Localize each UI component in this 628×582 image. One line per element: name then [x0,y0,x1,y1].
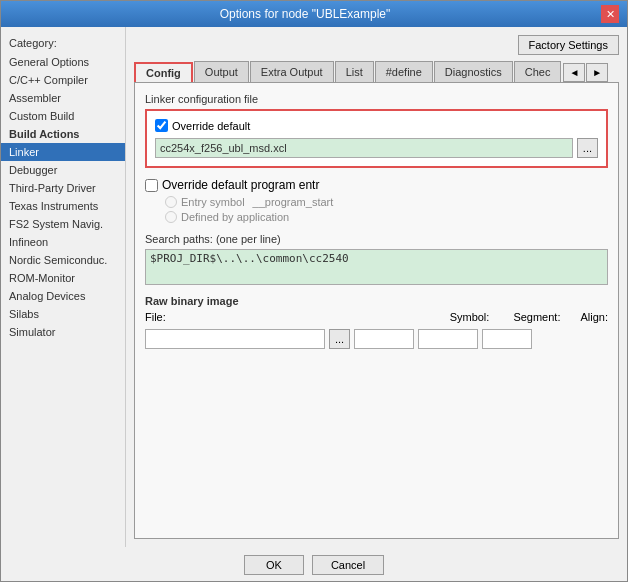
linker-config-box: Override default ... [145,109,608,168]
right-panel: Factory Settings Config Output Extra Out… [126,27,627,547]
raw-fields-row: ... [145,329,608,349]
sidebar-item-debugger[interactable]: Debugger [1,161,125,179]
linker-file-input[interactable] [155,138,573,158]
tab-config[interactable]: Config [134,62,193,82]
tab-prev-button[interactable]: ◄ [563,63,585,82]
sidebar-item-cpp-compiler[interactable]: C/C++ Compiler [1,71,125,89]
search-paths-label: Search paths: (one per line) [145,233,608,245]
tab-define[interactable]: #define [375,61,433,82]
main-window: Options for node "UBLExample" ✕ Category… [0,0,628,582]
override-row: Override default [155,119,598,132]
raw-binary-section: Raw binary image File: Symbol: Segment: … [145,295,608,349]
raw-segment-input[interactable] [418,329,478,349]
linker-browse-button[interactable]: ... [577,138,598,158]
override-program-section: Override default program entr Entry symb… [145,178,608,223]
bottom-bar: OK Cancel [1,547,627,581]
override-program-label: Override default program entr [162,178,319,192]
sidebar-item-texas-instruments[interactable]: Texas Instruments [1,197,125,215]
raw-symbol-input[interactable] [354,329,414,349]
sidebar-item-simulator[interactable]: Simulator [1,323,125,341]
raw-binary-title: Raw binary image [145,295,608,307]
factory-settings-row: Factory Settings [134,35,619,55]
tab-list[interactable]: List [335,61,374,82]
sidebar-item-infineon[interactable]: Infineon [1,233,125,251]
tab-next-button[interactable]: ► [586,63,608,82]
sidebar-item-custom-build[interactable]: Custom Build [1,107,125,125]
cancel-button[interactable]: Cancel [312,555,384,575]
override-checkbox[interactable] [155,119,168,132]
entry-symbol-label: Entry symbol [181,196,245,208]
raw-align-input[interactable] [482,329,532,349]
sidebar-item-nordic[interactable]: Nordic Semiconduc. [1,251,125,269]
close-button[interactable]: ✕ [601,5,619,23]
override-program-row: Override default program entr [145,178,608,192]
defined-by-app-radio[interactable] [165,211,177,223]
main-content-area: Linker configuration file Override defau… [134,82,619,539]
entry-symbol-value: __program_start [253,196,334,208]
category-label: Category: [1,35,125,53]
sidebar-item-third-party-driver[interactable]: Third-Party Driver [1,179,125,197]
title-bar: Options for node "UBLExample" ✕ [1,1,627,27]
sidebar-item-linker[interactable]: Linker [1,143,125,161]
sidebar-item-assembler[interactable]: Assembler [1,89,125,107]
left-panel: Category: General Options C/C++ Compiler… [1,27,126,547]
linker-config-section: Linker configuration file Override defau… [145,93,608,168]
sidebar-item-silabs[interactable]: Silabs [1,305,125,323]
tabs-area: Config Output Extra Output List #define … [134,61,619,82]
tab-output[interactable]: Output [194,61,249,82]
symbol-col-header: Symbol: [450,311,490,323]
align-col-header: Align: [580,311,608,323]
window-title: Options for node "UBLExample" [9,7,601,21]
sidebar-item-general-options[interactable]: General Options [1,53,125,71]
sidebar-group-build-actions: Build Actions [1,125,125,143]
search-paths-section: Search paths: (one per line) $PROJ_DIR$\… [145,233,608,285]
factory-settings-button[interactable]: Factory Settings [518,35,619,55]
search-paths-input[interactable]: $PROJ_DIR$\..\..\common\cc2540 [145,249,608,285]
entry-symbol-row: Entry symbol __program_start [165,196,608,208]
content-area: Category: General Options C/C++ Compiler… [1,27,627,547]
file-input-row: ... [155,138,598,158]
entry-symbol-radio[interactable] [165,196,177,208]
linker-config-title: Linker configuration file [145,93,608,105]
segment-col-header: Segment: [513,311,560,323]
file-col-header: File: [145,311,173,323]
tab-chec[interactable]: Chec [514,61,562,82]
tab-diagnostics[interactable]: Diagnostics [434,61,513,82]
sidebar-item-fs2[interactable]: FS2 System Navig. [1,215,125,233]
defined-by-app-row: Defined by application [165,211,608,223]
override-program-checkbox[interactable] [145,179,158,192]
raw-browse-button[interactable]: ... [329,329,350,349]
raw-file-input[interactable] [145,329,325,349]
ok-button[interactable]: OK [244,555,304,575]
tab-extra-output[interactable]: Extra Output [250,61,334,82]
radio-group: Entry symbol __program_start Defined by … [145,196,608,223]
sidebar-item-rom-monitor[interactable]: ROM-Monitor [1,269,125,287]
override-label: Override default [172,120,250,132]
defined-by-app-label: Defined by application [181,211,289,223]
sidebar-item-analog-devices[interactable]: Analog Devices [1,287,125,305]
